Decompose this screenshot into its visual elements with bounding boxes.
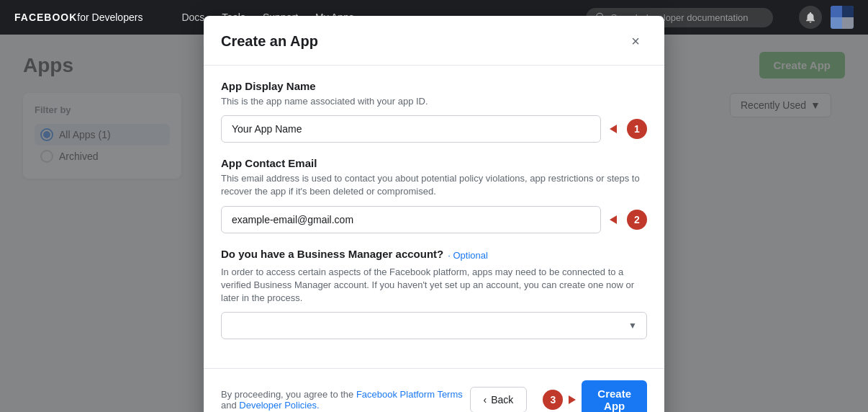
- app-contact-email-input-row: 2: [221, 206, 647, 233]
- modal-title: Create an App: [221, 33, 318, 50]
- step3-badge: 3: [535, 390, 576, 410]
- step3-arrow: [569, 395, 576, 404]
- modal-header: Create an App ×: [204, 16, 664, 66]
- step1-number: 1: [627, 119, 647, 139]
- developer-policies-link[interactable]: Developer Policies.: [239, 400, 319, 411]
- app-display-name-input-row: 1: [221, 115, 647, 143]
- navbar-icons: [799, 6, 854, 29]
- user-avatar[interactable]: [831, 6, 854, 29]
- business-manager-group: Do you have a Business Manager account? …: [221, 248, 647, 340]
- app-contact-email-desc: This email address is used to contact yo…: [221, 172, 647, 198]
- svg-rect-6: [831, 17, 842, 29]
- svg-rect-3: [831, 6, 842, 17]
- brand-facebook: FACEBOOK: [14, 12, 77, 23]
- svg-rect-4: [842, 17, 854, 29]
- app-display-name-input[interactable]: [221, 115, 601, 143]
- app-display-name-label: App Display Name: [221, 80, 647, 92]
- app-contact-email-label: App Contact Email: [221, 157, 647, 169]
- business-manager-label: Do you have a Business Manager account?: [221, 248, 443, 260]
- modal-overlay: Create an App × App Display Name This is…: [0, 35, 868, 412]
- business-manager-desc: In order to access certain aspects of th…: [221, 266, 647, 305]
- footer-actions: ‹ Back 3 Create App: [470, 380, 648, 412]
- app-contact-email-input[interactable]: [221, 206, 601, 233]
- terms-prefix: By proceeding, you agree to the: [221, 389, 356, 400]
- footer-terms: By proceeding, you agree to the Facebook…: [221, 389, 470, 411]
- back-arrow-icon: ‹: [484, 394, 487, 406]
- business-manager-select[interactable]: [221, 312, 647, 339]
- step2-badge: 2: [607, 210, 647, 230]
- optional-label: · Optional: [448, 250, 488, 261]
- submit-row: 3 Create App: [535, 380, 647, 412]
- step3-number: 3: [543, 390, 563, 410]
- create-app-modal: Create an App × App Display Name This is…: [204, 16, 664, 412]
- step2-arrow: [610, 215, 617, 224]
- app-display-name-group: App Display Name This is the app name as…: [221, 80, 647, 143]
- modal-body: App Display Name This is the app name as…: [204, 66, 664, 368]
- facebook-platform-terms-link[interactable]: Facebook Platform Terms: [356, 389, 463, 400]
- back-button-label: Back: [491, 394, 513, 406]
- brand-rest: for Developers: [77, 12, 143, 23]
- svg-rect-5: [842, 6, 854, 17]
- app-contact-email-group: App Contact Email This email address is …: [221, 157, 647, 233]
- business-manager-select-wrapper: ▼: [221, 312, 647, 339]
- business-manager-label-row: Do you have a Business Manager account? …: [221, 248, 647, 263]
- step2-number: 2: [627, 210, 647, 230]
- modal-close-button[interactable]: ×: [624, 30, 647, 53]
- notification-icon[interactable]: [799, 6, 822, 29]
- step1-arrow: [610, 125, 617, 133]
- step1-badge: 1: [607, 119, 647, 139]
- modal-footer: By proceeding, you agree to the Facebook…: [204, 368, 664, 412]
- app-display-name-desc: This is the app name associated with you…: [221, 95, 647, 108]
- back-button[interactable]: ‹ Back: [470, 387, 528, 412]
- create-app-submit-button[interactable]: Create App: [582, 380, 647, 412]
- brand: FACEBOOK for Developers: [14, 12, 143, 23]
- terms-mid: and: [221, 400, 239, 411]
